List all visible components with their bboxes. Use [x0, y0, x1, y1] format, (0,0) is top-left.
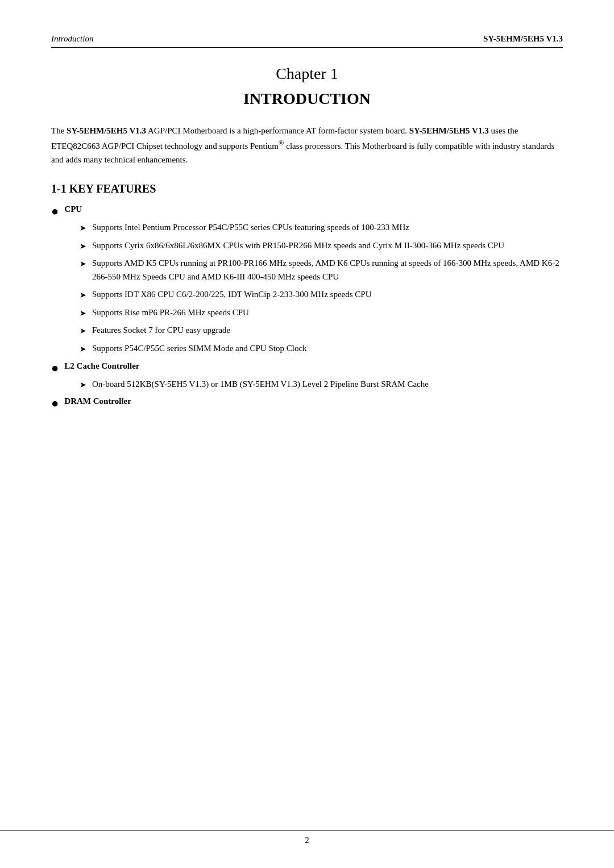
- l2-cache-sub-bullets: ➤ On-board 512KB(SY-5EH5 V1.3) or 1MB (S…: [80, 378, 563, 391]
- list-item: ➤ Supports Rise mP6 PR-266 MHz speeds CP…: [80, 306, 563, 320]
- arrow-icon: ➤: [80, 343, 86, 356]
- section-title: INTRODUCTION: [51, 90, 563, 108]
- list-item: ➤ Features Socket 7 for CPU easy upgrade: [80, 324, 563, 337]
- cpu-sub-bullets: ➤ Supports Intel Pentium Processor P54C/…: [80, 221, 563, 356]
- list-item: ➤ Supports IDT X86 CPU C6/2-200/225, IDT…: [80, 288, 563, 302]
- chapter-title: Chapter 1: [51, 65, 563, 83]
- arrow-icon: ➤: [80, 240, 86, 253]
- dram-section: ● DRAM Controller: [51, 397, 563, 410]
- bullet-dot-dram: ●: [51, 397, 59, 410]
- arrow-icon: ➤: [80, 325, 86, 337]
- l2-cache-label: L2 Cache Controller: [64, 361, 139, 371]
- list-item: ➤ Supports AMD K5 CPUs running at PR100-…: [80, 257, 563, 283]
- cpu-item-5: Supports Rise mP6 PR-266 MHz speeds CPU: [92, 306, 563, 319]
- dram-bullet-main: ● DRAM Controller: [51, 397, 563, 410]
- arrow-icon: ➤: [80, 289, 86, 302]
- l2-item-1: On-board 512KB(SY-5EH5 V1.3) or 1MB (SY-…: [92, 378, 563, 391]
- bullet-dot-cpu: ●: [51, 205, 59, 218]
- list-item: ➤ On-board 512KB(SY-5EH5 V1.3) or 1MB (S…: [80, 378, 563, 391]
- arrow-icon: ➤: [80, 258, 86, 270]
- list-item: ➤ Supports Cyrix 6x86/6x86L/6x86MX CPUs …: [80, 239, 563, 253]
- arrow-icon: ➤: [80, 222, 86, 235]
- dram-label: DRAM Controller: [64, 397, 131, 406]
- cpu-item-4: Supports IDT X86 CPU C6/2-200/225, IDT W…: [92, 288, 563, 301]
- cpu-item-2: Supports Cyrix 6x86/6x86L/6x86MX CPUs wi…: [92, 239, 563, 252]
- header-left: Introduction: [51, 34, 93, 44]
- cpu-item-6: Features Socket 7 for CPU easy upgrade: [92, 324, 563, 337]
- page-number: 2: [305, 836, 309, 845]
- cpu-item-1: Supports Intel Pentium Processor P54C/P5…: [92, 221, 563, 234]
- arrow-icon: ➤: [80, 379, 86, 391]
- cpu-label: CPU: [64, 205, 82, 214]
- list-item: ➤ Supports Intel Pentium Processor P54C/…: [80, 221, 563, 235]
- page-footer: 2: [0, 831, 614, 845]
- page: Introduction SY-5EHM/5EH5 V1.3 Chapter 1…: [0, 0, 614, 868]
- header-right: SY-5EHM/5EH5 V1.3: [483, 34, 563, 44]
- cpu-item-7: Supports P54C/P55C series SIMM Mode and …: [92, 342, 563, 355]
- list-item: ➤ Supports P54C/P55C series SIMM Mode an…: [80, 342, 563, 356]
- bullet-dot-l2: ●: [51, 362, 59, 374]
- cpu-item-3: Supports AMD K5 CPUs running at PR100-PR…: [92, 257, 563, 283]
- key-features-heading: 1-1 KEY FEATURES: [51, 182, 563, 195]
- l2-cache-bullet-main: ● L2 Cache Controller: [51, 361, 563, 374]
- intro-paragraph: The SY-5EHM/5EH5 V1.3 AGP/PCI Motherboar…: [51, 124, 563, 166]
- page-header: Introduction SY-5EHM/5EH5 V1.3: [51, 34, 563, 48]
- cpu-section: ● CPU ➤ Supports Intel Pentium Processor…: [51, 205, 563, 356]
- arrow-icon: ➤: [80, 307, 86, 320]
- cpu-bullet-main: ● CPU: [51, 205, 563, 218]
- l2-cache-section: ● L2 Cache Controller ➤ On-board 512KB(S…: [51, 361, 563, 391]
